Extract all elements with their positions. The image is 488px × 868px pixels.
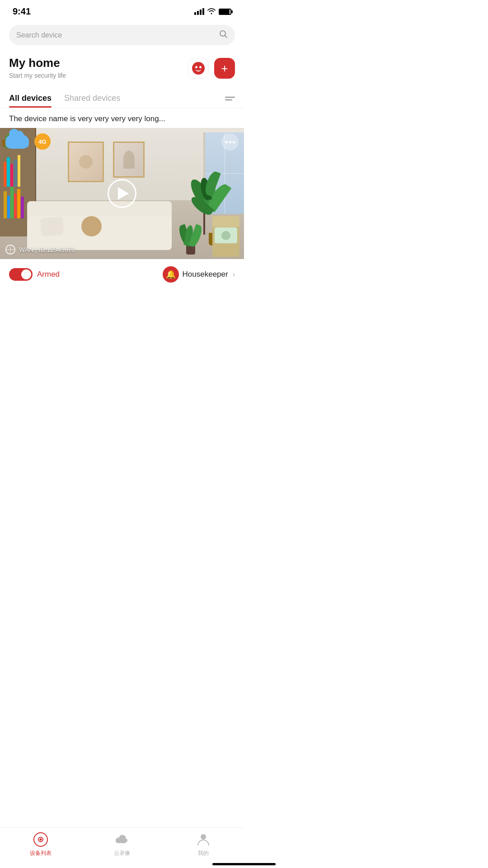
chat-icon xyxy=(192,62,205,75)
signal-bars-icon xyxy=(194,8,204,15)
header-text: My home Start my security life xyxy=(9,56,66,79)
bell-icon: 🔔 xyxy=(166,269,176,279)
armed-switch[interactable] xyxy=(9,268,33,281)
home-subtitle: Start my security life xyxy=(9,72,66,79)
camera-preview[interactable]: 4G WAN | ID:12345678 xyxy=(0,128,244,259)
tabs-divider xyxy=(0,108,244,108)
badge-4g: 4G xyxy=(34,133,51,150)
add-device-button[interactable]: + xyxy=(214,58,235,79)
wifi-icon xyxy=(207,7,216,16)
tabs-section: All devices Shared devices xyxy=(0,89,244,108)
plant2-decoration xyxy=(181,209,208,255)
housekeeper-icon: 🔔 xyxy=(163,266,179,283)
frame2-decoration xyxy=(113,142,145,178)
tabs-menu-icon[interactable] xyxy=(225,97,235,100)
status-time: 9:41 xyxy=(13,6,31,17)
device-name: The device name is very very very very l… xyxy=(0,114,244,128)
status-bar: 9:41 xyxy=(0,0,244,20)
search-bar[interactable]: Search device xyxy=(9,25,235,45)
camera-connection-info: WAN | ID:12345678 xyxy=(19,246,75,253)
battery-icon xyxy=(219,9,231,15)
play-button[interactable] xyxy=(108,179,136,208)
chair-decoration xyxy=(212,225,239,257)
device-card: The device name is very very very very l… xyxy=(0,114,244,290)
more-options-button[interactable] xyxy=(221,133,239,151)
chevron-right-icon: › xyxy=(233,270,235,278)
header-buttons: + xyxy=(188,58,235,79)
globe-icon xyxy=(5,245,15,255)
frame1-decoration xyxy=(68,142,104,182)
svg-line-1 xyxy=(225,36,227,38)
armed-toggle: Armed xyxy=(9,268,60,281)
header-section: My home Start my security life + xyxy=(0,52,244,86)
chat-button[interactable] xyxy=(188,58,209,79)
controls-row: Armed 🔔 Housekeeper › xyxy=(0,259,244,290)
tab-shared-devices[interactable]: Shared devices xyxy=(64,89,120,108)
cloud-badge xyxy=(5,133,29,149)
armed-label: Armed xyxy=(37,270,60,279)
home-title: My home xyxy=(9,56,66,70)
housekeeper-label: Housekeeper xyxy=(183,270,228,279)
status-icons xyxy=(194,7,231,16)
search-placeholder: Search device xyxy=(16,31,214,39)
camera-info: WAN | ID:12345678 xyxy=(5,245,75,255)
search-container: Search device xyxy=(0,20,244,52)
search-icon xyxy=(219,29,228,41)
housekeeper-button[interactable]: 🔔 Housekeeper › xyxy=(163,266,235,283)
tab-all-devices[interactable]: All devices xyxy=(9,89,52,108)
